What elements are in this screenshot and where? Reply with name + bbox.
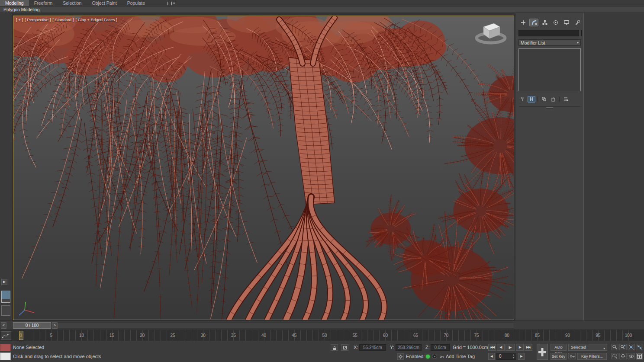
add-time-tag[interactable]: Add Time Tag	[446, 353, 475, 360]
polygon-modeling-panel-header[interactable]: Polygon Modeling	[0, 6, 644, 13]
ribbon-tab-selection[interactable]: Selection	[58, 0, 87, 6]
track-bar-ruler[interactable]: 0510152025303540455055606570758085909510…	[0, 330, 644, 341]
pin-stack-button[interactable]	[518, 96, 526, 103]
auto-key-button[interactable]: Auto Key	[551, 344, 567, 351]
orbit-icon[interactable]	[628, 353, 635, 359]
viewport-3d-scene	[13, 16, 514, 320]
play-button[interactable]: ▶	[506, 344, 515, 351]
set-key-button[interactable]: Set Key	[551, 353, 567, 360]
z-label: Z:	[425, 344, 430, 351]
timeline-tick-label: 30	[201, 333, 206, 338]
timeline-tick-label: 45	[292, 333, 296, 338]
make-unique-button[interactable]	[540, 96, 548, 103]
key-icon[interactable]	[568, 353, 576, 359]
viewcube[interactable]	[474, 18, 508, 45]
absolute-offset-mode-icon[interactable]	[341, 344, 348, 351]
viewport-shading-menu[interactable]: [ Clay + Edged Faces ]	[75, 17, 117, 22]
time-tag-icon	[439, 353, 445, 360]
enabled-label: Enabled:	[406, 353, 425, 360]
polygon-modeling-label: Polygon Modeling	[3, 7, 39, 12]
maximize-viewport-icon[interactable]	[636, 353, 643, 359]
zoom-extents-all-icon[interactable]	[636, 344, 643, 350]
viewport-standard-menu[interactable]: [ Standard ]	[52, 17, 74, 22]
layout-flyout-button[interactable]: ▶	[1, 279, 7, 285]
object-name-input[interactable]	[518, 30, 579, 36]
ribbon-tab-freeform[interactable]: Freeform	[29, 0, 58, 6]
key-filter-scope-dropdown[interactable]: Selected ▾	[568, 344, 607, 351]
display-tab[interactable]	[562, 19, 571, 26]
timeline-tick-label: 15	[109, 333, 114, 338]
show-end-result-button[interactable]	[528, 96, 535, 103]
3dsmax-window: Modeling Freeform Selection Object Paint…	[0, 0, 644, 362]
y-coordinate-field[interactable]: 258.266cm	[396, 344, 422, 351]
viewport-layout-tab-1[interactable]	[1, 291, 10, 303]
toolbar-separator	[538, 96, 538, 102]
viewport[interactable]: [ + ] [ Perspective ] [ Standard ] [ Cla…	[13, 16, 514, 320]
previous-frame-button[interactable]: <	[1, 322, 6, 329]
previous-key-button[interactable]: ◀	[488, 353, 495, 360]
command-panel: Modifier List ▾	[516, 13, 584, 320]
time-slider-bar: < 0 / 100 >	[0, 320, 644, 330]
go-to-end-button[interactable]: ▶▶|	[525, 344, 532, 351]
zoom-icon[interactable]	[611, 344, 618, 350]
motion-tab[interactable]	[551, 19, 560, 26]
selection-lock-icon[interactable]	[331, 344, 338, 351]
gear-icon[interactable]	[397, 353, 404, 360]
timeline-tick-label: 65	[413, 333, 418, 338]
viewport-layout-strip: ▶	[0, 13, 13, 320]
x-label: X:	[354, 344, 358, 351]
status-toggle-icon[interactable]	[432, 354, 437, 359]
ribbon-config-button[interactable]: ▾	[167, 0, 175, 6]
zoom-all-icon[interactable]	[619, 344, 627, 350]
timeline-tick-label: 20	[140, 333, 145, 338]
z-coordinate-field[interactable]: 0.0cm	[431, 344, 450, 351]
maxscript-mini-listener-macro[interactable]	[0, 344, 11, 351]
ribbon-minimize-icon	[167, 2, 172, 5]
go-to-start-button[interactable]: |◀◀	[488, 344, 496, 351]
mini-curve-editor-button[interactable]	[1, 331, 11, 340]
maxscript-mini-listener-edit[interactable]	[0, 352, 11, 360]
timeline-tick-label: 10	[79, 333, 84, 338]
timeline-tick-label: 80	[505, 333, 509, 338]
ribbon-tab-populate[interactable]: Populate	[122, 0, 150, 6]
ribbon-tab-modeling[interactable]: Modeling	[0, 0, 29, 6]
object-color-swatch[interactable]	[581, 30, 582, 36]
modify-tab[interactable]	[529, 19, 538, 26]
current-time-marker[interactable]	[19, 331, 23, 340]
pan-icon[interactable]	[619, 353, 627, 359]
next-frame-playback-button[interactable]: |▶	[516, 344, 524, 351]
time-slider-handle[interactable]: 0 / 100	[13, 322, 51, 329]
create-key-button[interactable]	[537, 344, 548, 360]
modifier-stack-list[interactable]	[518, 48, 581, 91]
modifier-stack-toolbar	[518, 96, 581, 103]
next-key-button[interactable]: ▶	[518, 353, 525, 360]
remove-modifier-button[interactable]	[549, 96, 557, 103]
next-frame-button[interactable]: >	[52, 322, 58, 329]
viewport-pov-menu[interactable]: [ Perspective ]	[25, 17, 51, 22]
current-frame-field[interactable]: 0 ▴▾	[496, 353, 516, 360]
key-filters-button[interactable]: Key Filters...	[577, 353, 607, 360]
zoom-extents-icon[interactable]	[628, 344, 635, 350]
toolbar-separator	[559, 96, 560, 102]
create-tab[interactable]	[518, 19, 528, 26]
viewport-general-menu[interactable]: [ + ]	[16, 17, 23, 22]
configure-modifier-sets-button[interactable]	[562, 96, 570, 103]
timeline-tick-label: 25	[170, 333, 175, 338]
timeline-tick-label: 75	[474, 333, 479, 338]
utilities-tab[interactable]	[573, 19, 582, 26]
ribbon-tab-object-paint[interactable]: Object Paint	[87, 0, 122, 6]
hierarchy-tab[interactable]	[540, 19, 549, 26]
viewport-layout-tab-2[interactable]	[1, 305, 10, 316]
status-bar: None Selected Click and drag to select a…	[0, 341, 644, 362]
timeline-tick-label: 50	[322, 333, 327, 338]
enabled-status-led[interactable]	[426, 355, 430, 359]
timeline-tick-label: 55	[353, 333, 357, 338]
x-coordinate-field[interactable]: 55.245cm	[359, 344, 386, 351]
previous-frame-playback-button[interactable]: ◀|	[497, 344, 505, 351]
modifier-list-dropdown[interactable]: Modifier List ▾	[518, 39, 581, 46]
zoom-region-icon[interactable]	[611, 353, 618, 359]
modifier-list-label: Modifier List	[521, 40, 545, 45]
spinner-arrows-icon[interactable]: ▴▾	[512, 353, 515, 359]
timeline-tick-label: 5	[50, 333, 52, 338]
time-slider-track[interactable]	[13, 322, 514, 329]
